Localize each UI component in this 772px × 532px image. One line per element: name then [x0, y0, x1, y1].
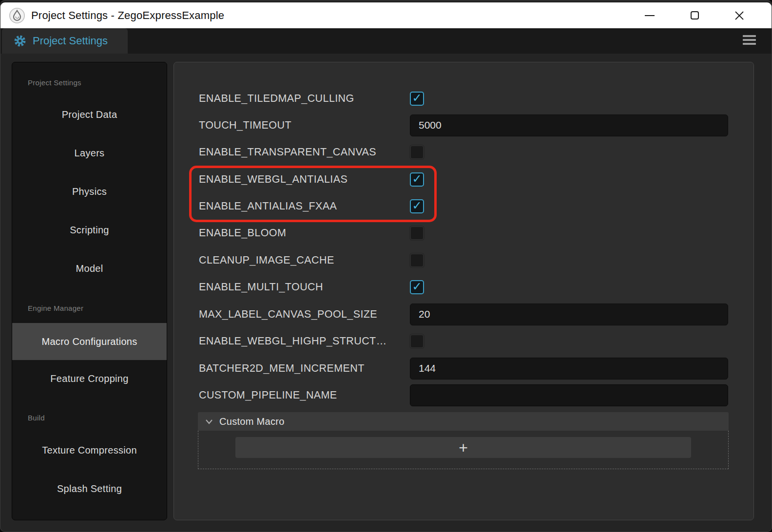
check-icon: ✓: [412, 92, 422, 104]
custom-macro-section: Custom Macro +: [198, 412, 729, 469]
setting-label: BATCHER2D_MEM_INCREMENT: [199, 362, 365, 375]
tab-project-settings[interactable]: Project Settings: [2, 28, 128, 54]
setting-row: ENABLE_WEBGL_HIGHP_STRUCT… ✓: [174, 330, 753, 352]
tabbar: Project Settings: [0, 28, 772, 54]
checkbox-enable-tiledmap-culling[interactable]: ✓: [410, 92, 424, 106]
setting-row: MAX_LABEL_CANVAS_POOL_SIZE: [174, 303, 753, 325]
sidebar-item-model[interactable]: Model: [12, 259, 167, 278]
custom-macro-header[interactable]: Custom Macro: [198, 412, 729, 431]
setting-row: CLEANUP_IMAGE_CACHE ✓: [174, 249, 753, 271]
macro-configurations-panel: ENABLE_TILEDMAP_CULLING ✓ TOUCH_TIMEOUT …: [174, 62, 754, 520]
checkbox-enable-multi-touch[interactable]: ✓: [410, 280, 424, 294]
sidebar-item-layers[interactable]: Layers: [12, 143, 167, 163]
setting-label: CLEANUP_IMAGE_CACHE: [199, 254, 334, 266]
sidebar-item-scripting[interactable]: Scripting: [12, 220, 167, 240]
check-icon: ✓: [412, 200, 422, 211]
minimize-icon: [645, 15, 655, 16]
setting-row: ENABLE_TILEDMAP_CULLING ✓: [174, 87, 753, 110]
custom-macro-title: Custom Macro: [219, 416, 285, 427]
setting-label: ENABLE_TILEDMAP_CULLING: [199, 93, 354, 105]
project-settings-window: Project Settings - ZegoExpressExample Pr…: [0, 0, 772, 532]
setting-row: ENABLE_MULTI_TOUCH ✓: [174, 276, 753, 298]
setting-label: MAX_LABEL_CANVAS_POOL_SIZE: [199, 308, 377, 321]
sidebar-item-physics[interactable]: Physics: [12, 182, 167, 201]
menu-icon[interactable]: [743, 35, 756, 45]
sidebar-item-texture-compression[interactable]: Texture Compression: [12, 440, 167, 460]
sidebar-group-project-settings: Project Settings: [28, 78, 81, 87]
tab-label: Project Settings: [33, 35, 108, 47]
titlebar: Project Settings - ZegoExpressExample: [0, 2, 772, 28]
setting-row: CUSTOM_PIPELINE_NAME: [174, 384, 753, 406]
cocos-logo-icon: [9, 7, 25, 24]
sidebar-item-splash-setting[interactable]: Splash Setting: [12, 479, 167, 498]
setting-label: ENABLE_MULTI_TOUCH: [199, 281, 323, 293]
sidebar: Project Settings Project Data Layers Phy…: [12, 62, 167, 520]
setting-label: ENABLE_TRANSPARENT_CANVAS: [199, 146, 376, 158]
window-controls: [627, 2, 762, 28]
setting-row: TOUCH_TIMEOUT: [174, 114, 753, 136]
setting-row: BATCHER2D_MEM_INCREMENT: [174, 357, 753, 380]
checkbox-cleanup-image-cache[interactable]: ✓: [410, 253, 424, 267]
check-icon: ✓: [412, 173, 422, 185]
sidebar-item-project-data[interactable]: Project Data: [12, 105, 167, 124]
setting-label: CUSTOM_PIPELINE_NAME: [199, 389, 337, 401]
plus-icon: +: [459, 440, 468, 456]
custom-pipeline-name-input[interactable]: [410, 384, 728, 406]
menu-bar: [743, 43, 756, 45]
sidebar-group-engine-manager: Engine Manager: [28, 304, 83, 312]
batcher2d-mem-increment-input[interactable]: [410, 358, 728, 380]
add-macro-button[interactable]: +: [235, 437, 691, 458]
minimize-button[interactable]: [627, 2, 672, 28]
setting-label: TOUCH_TIMEOUT: [199, 119, 291, 132]
custom-macro-body: +: [198, 431, 729, 469]
setting-row: ENABLE_WEBGL_ANTIALIAS ✓: [174, 168, 753, 190]
setting-row: ENABLE_BLOOM ✓: [174, 222, 753, 244]
sidebar-item-feature-cropping[interactable]: Feature Cropping: [12, 369, 167, 388]
max-label-canvas-pool-size-input[interactable]: [410, 304, 728, 325]
maximize-button[interactable]: [672, 2, 717, 28]
maximize-icon: [691, 11, 699, 19]
sidebar-item-macro-configurations[interactable]: Macro Configurations: [12, 323, 167, 360]
checkbox-enable-bloom[interactable]: ✓: [410, 226, 424, 240]
close-icon: [734, 11, 744, 20]
close-button[interactable]: [717, 2, 762, 28]
checkbox-enable-webgl-antialias[interactable]: ✓: [410, 172, 424, 187]
menu-bar: [743, 35, 756, 37]
menu-bar: [743, 39, 756, 41]
setting-label: ENABLE_ANTIALIAS_FXAA: [199, 200, 337, 212]
touch-timeout-input[interactable]: [410, 114, 728, 136]
setting-row: ENABLE_ANTIALIAS_FXAA ✓: [174, 195, 753, 217]
chevron-down-icon: [205, 418, 213, 425]
checkbox-enable-transparent-canvas[interactable]: ✓: [410, 145, 424, 159]
check-icon: ✓: [412, 281, 422, 292]
checkbox-enable-antialias-fxaa[interactable]: ✓: [410, 199, 424, 213]
setting-label: ENABLE_BLOOM: [199, 227, 286, 239]
checkbox-enable-webgl-highp-struct[interactable]: ✓: [410, 334, 424, 348]
setting-label: ENABLE_WEBGL_ANTIALIAS: [199, 173, 347, 186]
setting-label: ENABLE_WEBGL_HIGHP_STRUCT…: [199, 335, 387, 347]
setting-row: ENABLE_TRANSPARENT_CANVAS ✓: [174, 141, 753, 163]
window-title: Project Settings - ZegoExpressExample: [31, 9, 224, 22]
gear-icon: [14, 35, 26, 47]
sidebar-group-build: Build: [28, 414, 45, 422]
